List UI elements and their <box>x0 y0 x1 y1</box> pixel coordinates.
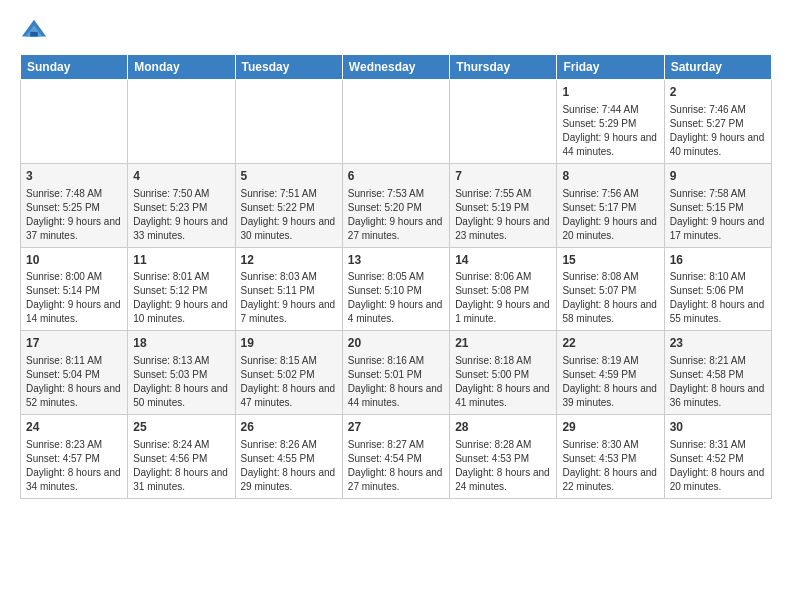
logo-icon <box>20 16 48 44</box>
calendar-cell <box>450 80 557 164</box>
calendar-cell: 10Sunrise: 8:00 AM Sunset: 5:14 PM Dayli… <box>21 247 128 331</box>
day-number: 26 <box>241 419 337 436</box>
day-number: 28 <box>455 419 551 436</box>
calendar-cell: 12Sunrise: 8:03 AM Sunset: 5:11 PM Dayli… <box>235 247 342 331</box>
day-number: 7 <box>455 168 551 185</box>
day-number: 10 <box>26 252 122 269</box>
calendar-week-row: 3Sunrise: 7:48 AM Sunset: 5:25 PM Daylig… <box>21 163 772 247</box>
calendar-cell: 9Sunrise: 7:58 AM Sunset: 5:15 PM Daylig… <box>664 163 771 247</box>
day-info: Sunrise: 7:46 AM Sunset: 5:27 PM Dayligh… <box>670 104 765 157</box>
day-info: Sunrise: 8:31 AM Sunset: 4:52 PM Dayligh… <box>670 439 765 492</box>
day-info: Sunrise: 7:48 AM Sunset: 5:25 PM Dayligh… <box>26 188 121 241</box>
day-info: Sunrise: 8:16 AM Sunset: 5:01 PM Dayligh… <box>348 355 443 408</box>
weekday-header: Wednesday <box>342 55 449 80</box>
weekday-header: Saturday <box>664 55 771 80</box>
day-info: Sunrise: 8:19 AM Sunset: 4:59 PM Dayligh… <box>562 355 657 408</box>
day-info: Sunrise: 8:26 AM Sunset: 4:55 PM Dayligh… <box>241 439 336 492</box>
day-number: 12 <box>241 252 337 269</box>
day-info: Sunrise: 8:15 AM Sunset: 5:02 PM Dayligh… <box>241 355 336 408</box>
day-info: Sunrise: 8:21 AM Sunset: 4:58 PM Dayligh… <box>670 355 765 408</box>
day-number: 17 <box>26 335 122 352</box>
day-number: 8 <box>562 168 658 185</box>
day-number: 3 <box>26 168 122 185</box>
page: SundayMondayTuesdayWednesdayThursdayFrid… <box>0 0 792 509</box>
weekday-row: SundayMondayTuesdayWednesdayThursdayFrid… <box>21 55 772 80</box>
day-info: Sunrise: 8:24 AM Sunset: 4:56 PM Dayligh… <box>133 439 228 492</box>
calendar-cell <box>21 80 128 164</box>
day-info: Sunrise: 8:00 AM Sunset: 5:14 PM Dayligh… <box>26 271 121 324</box>
day-info: Sunrise: 7:51 AM Sunset: 5:22 PM Dayligh… <box>241 188 336 241</box>
day-number: 14 <box>455 252 551 269</box>
calendar-cell: 20Sunrise: 8:16 AM Sunset: 5:01 PM Dayli… <box>342 331 449 415</box>
calendar-cell: 26Sunrise: 8:26 AM Sunset: 4:55 PM Dayli… <box>235 415 342 499</box>
logo <box>20 16 52 44</box>
day-info: Sunrise: 8:03 AM Sunset: 5:11 PM Dayligh… <box>241 271 336 324</box>
day-number: 29 <box>562 419 658 436</box>
calendar-cell: 5Sunrise: 7:51 AM Sunset: 5:22 PM Daylig… <box>235 163 342 247</box>
day-number: 18 <box>133 335 229 352</box>
day-number: 20 <box>348 335 444 352</box>
day-info: Sunrise: 8:27 AM Sunset: 4:54 PM Dayligh… <box>348 439 443 492</box>
day-number: 16 <box>670 252 766 269</box>
calendar-week-row: 1Sunrise: 7:44 AM Sunset: 5:29 PM Daylig… <box>21 80 772 164</box>
calendar-cell: 8Sunrise: 7:56 AM Sunset: 5:17 PM Daylig… <box>557 163 664 247</box>
header <box>20 16 772 44</box>
day-info: Sunrise: 8:06 AM Sunset: 5:08 PM Dayligh… <box>455 271 550 324</box>
calendar-cell: 22Sunrise: 8:19 AM Sunset: 4:59 PM Dayli… <box>557 331 664 415</box>
day-number: 6 <box>348 168 444 185</box>
calendar-cell: 16Sunrise: 8:10 AM Sunset: 5:06 PM Dayli… <box>664 247 771 331</box>
calendar-week-row: 17Sunrise: 8:11 AM Sunset: 5:04 PM Dayli… <box>21 331 772 415</box>
calendar-cell: 29Sunrise: 8:30 AM Sunset: 4:53 PM Dayli… <box>557 415 664 499</box>
day-number: 5 <box>241 168 337 185</box>
calendar-cell: 21Sunrise: 8:18 AM Sunset: 5:00 PM Dayli… <box>450 331 557 415</box>
calendar-cell: 7Sunrise: 7:55 AM Sunset: 5:19 PM Daylig… <box>450 163 557 247</box>
calendar-cell: 1Sunrise: 7:44 AM Sunset: 5:29 PM Daylig… <box>557 80 664 164</box>
calendar-cell: 18Sunrise: 8:13 AM Sunset: 5:03 PM Dayli… <box>128 331 235 415</box>
day-info: Sunrise: 8:23 AM Sunset: 4:57 PM Dayligh… <box>26 439 121 492</box>
day-number: 22 <box>562 335 658 352</box>
day-number: 25 <box>133 419 229 436</box>
calendar-cell: 14Sunrise: 8:06 AM Sunset: 5:08 PM Dayli… <box>450 247 557 331</box>
weekday-header: Monday <box>128 55 235 80</box>
calendar-week-row: 24Sunrise: 8:23 AM Sunset: 4:57 PM Dayli… <box>21 415 772 499</box>
calendar-cell: 11Sunrise: 8:01 AM Sunset: 5:12 PM Dayli… <box>128 247 235 331</box>
day-info: Sunrise: 7:58 AM Sunset: 5:15 PM Dayligh… <box>670 188 765 241</box>
calendar-cell: 30Sunrise: 8:31 AM Sunset: 4:52 PM Dayli… <box>664 415 771 499</box>
day-info: Sunrise: 8:28 AM Sunset: 4:53 PM Dayligh… <box>455 439 550 492</box>
calendar-cell: 2Sunrise: 7:46 AM Sunset: 5:27 PM Daylig… <box>664 80 771 164</box>
calendar-cell: 27Sunrise: 8:27 AM Sunset: 4:54 PM Dayli… <box>342 415 449 499</box>
day-info: Sunrise: 7:53 AM Sunset: 5:20 PM Dayligh… <box>348 188 443 241</box>
weekday-header: Sunday <box>21 55 128 80</box>
day-number: 9 <box>670 168 766 185</box>
day-number: 30 <box>670 419 766 436</box>
day-info: Sunrise: 7:56 AM Sunset: 5:17 PM Dayligh… <box>562 188 657 241</box>
calendar-cell: 28Sunrise: 8:28 AM Sunset: 4:53 PM Dayli… <box>450 415 557 499</box>
weekday-header: Friday <box>557 55 664 80</box>
day-number: 1 <box>562 84 658 101</box>
day-info: Sunrise: 7:44 AM Sunset: 5:29 PM Dayligh… <box>562 104 657 157</box>
weekday-header: Tuesday <box>235 55 342 80</box>
day-number: 4 <box>133 168 229 185</box>
calendar-cell: 17Sunrise: 8:11 AM Sunset: 5:04 PM Dayli… <box>21 331 128 415</box>
day-info: Sunrise: 8:08 AM Sunset: 5:07 PM Dayligh… <box>562 271 657 324</box>
day-number: 19 <box>241 335 337 352</box>
day-info: Sunrise: 8:18 AM Sunset: 5:00 PM Dayligh… <box>455 355 550 408</box>
calendar-week-row: 10Sunrise: 8:00 AM Sunset: 5:14 PM Dayli… <box>21 247 772 331</box>
calendar-cell <box>128 80 235 164</box>
calendar-body: 1Sunrise: 7:44 AM Sunset: 5:29 PM Daylig… <box>21 80 772 499</box>
day-number: 23 <box>670 335 766 352</box>
day-info: Sunrise: 8:30 AM Sunset: 4:53 PM Dayligh… <box>562 439 657 492</box>
day-info: Sunrise: 8:01 AM Sunset: 5:12 PM Dayligh… <box>133 271 228 324</box>
day-info: Sunrise: 8:05 AM Sunset: 5:10 PM Dayligh… <box>348 271 443 324</box>
day-number: 11 <box>133 252 229 269</box>
calendar-table: SundayMondayTuesdayWednesdayThursdayFrid… <box>20 54 772 499</box>
calendar-header: SundayMondayTuesdayWednesdayThursdayFrid… <box>21 55 772 80</box>
calendar-cell: 25Sunrise: 8:24 AM Sunset: 4:56 PM Dayli… <box>128 415 235 499</box>
day-number: 2 <box>670 84 766 101</box>
calendar-cell: 19Sunrise: 8:15 AM Sunset: 5:02 PM Dayli… <box>235 331 342 415</box>
day-number: 15 <box>562 252 658 269</box>
calendar-cell: 13Sunrise: 8:05 AM Sunset: 5:10 PM Dayli… <box>342 247 449 331</box>
calendar-cell: 24Sunrise: 8:23 AM Sunset: 4:57 PM Dayli… <box>21 415 128 499</box>
calendar-cell <box>235 80 342 164</box>
calendar-cell <box>342 80 449 164</box>
